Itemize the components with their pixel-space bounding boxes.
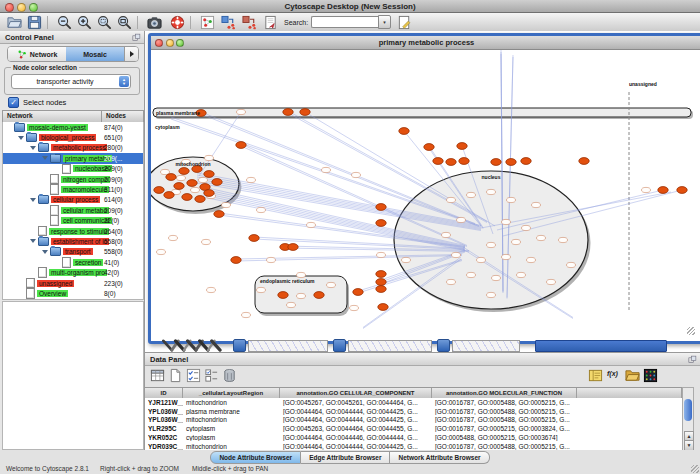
tab-mosaic[interactable]: Mosaic: [66, 47, 124, 61]
expand-arrow-icon[interactable]: [30, 146, 36, 150]
minimized-window-selected[interactable]: [535, 340, 667, 352]
network-node[interactable]: [287, 302, 296, 307]
zoom-in-icon[interactable]: [77, 15, 92, 30]
network-node-selected[interactable]: [376, 271, 386, 278]
network-node[interactable]: [257, 287, 266, 292]
network-node[interactable]: [512, 239, 521, 244]
network-tree-item[interactable]: response to stimulu264(0): [3, 226, 143, 236]
network-node[interactable]: [322, 167, 331, 172]
tree-column-network[interactable]: Network: [3, 111, 102, 122]
network-node[interactable]: [350, 305, 359, 310]
network-node[interactable]: [457, 217, 466, 222]
network-node[interactable]: [507, 197, 516, 202]
network-node-selected[interactable]: [249, 235, 259, 242]
network-node[interactable]: [452, 252, 461, 257]
network-node[interactable]: [467, 192, 476, 197]
tab-overflow-button[interactable]: [124, 47, 138, 61]
network-graph[interactable]: plasma membranecytoplasmmitochondrionnuc…: [151, 50, 696, 336]
network-node[interactable]: [257, 207, 266, 212]
float-panel-icon[interactable]: [688, 355, 697, 364]
expand-arrow-icon[interactable]: [42, 250, 48, 254]
network-node-selected[interactable]: [204, 171, 214, 178]
network-node[interactable]: [442, 232, 451, 237]
help-icon[interactable]: [170, 15, 185, 30]
attribute-matrix-icon[interactable]: [643, 368, 658, 383]
zoom-fit-icon[interactable]: [117, 15, 132, 30]
column-header[interactable]: annotation.GO MOLECULAR_FUNCTION: [432, 388, 577, 398]
network-node-selected[interactable]: [579, 158, 589, 165]
network-node-selected[interactable]: [236, 142, 246, 149]
network-node[interactable]: [487, 189, 496, 194]
network-node-selected[interactable]: [433, 158, 443, 165]
search-input[interactable]: [311, 16, 378, 28]
network-node-selected[interactable]: [376, 279, 386, 286]
network-node-selected[interactable]: [166, 174, 176, 181]
data-row[interactable]: YPL036W__1mitochondrion[GO:0044464, GO:0…: [145, 416, 682, 425]
network-node-selected[interactable]: [154, 187, 164, 194]
network-node-selected[interactable]: [521, 158, 531, 165]
network-node[interactable]: [547, 279, 556, 284]
network-node[interactable]: [199, 177, 208, 182]
network-node-selected[interactable]: [174, 183, 184, 190]
network-node-selected[interactable]: [278, 292, 288, 299]
network-tree-item[interactable]: mosaic-demo-yeast874(0): [3, 122, 143, 132]
network-node-selected[interactable]: [459, 158, 469, 165]
select-nodes-checkbox[interactable]: ✓: [8, 97, 19, 108]
column-header[interactable]: ID: [145, 388, 183, 398]
network-node[interactable]: [267, 257, 276, 262]
network-node[interactable]: [567, 262, 576, 267]
apply-layout-red-icon[interactable]: [242, 15, 257, 30]
float-panel-icon[interactable]: [132, 33, 141, 42]
save-session-icon[interactable]: [27, 15, 42, 30]
network-tree-item[interactable]: transport558(0): [3, 247, 143, 257]
network-node[interactable]: [327, 282, 336, 287]
tab-network-attribute-browser[interactable]: Network Attribute Browser: [390, 451, 489, 464]
minimized-window[interactable]: [233, 340, 328, 351]
network-tree-item[interactable]: unassigned223(0): [3, 278, 143, 288]
expand-arrow-icon[interactable]: [30, 198, 36, 202]
network-node-selected[interactable]: [195, 196, 205, 203]
network-node-selected[interactable]: [457, 143, 467, 150]
data-table-scrollbar[interactable]: ▲ ▼: [682, 387, 694, 451]
network-node[interactable]: [467, 272, 476, 277]
network-tree-item[interactable]: cell communicat22(0): [3, 216, 143, 226]
network-node[interactable]: [237, 109, 246, 114]
network-tree-item[interactable]: Overview8(0): [3, 288, 143, 298]
network-node[interactable]: [247, 177, 256, 182]
network-node[interactable]: [487, 242, 496, 247]
zoom-selected-region-icon[interactable]: [97, 15, 112, 30]
network-node[interactable]: [205, 155, 214, 160]
network-node-selected[interactable]: [491, 159, 501, 166]
network-node[interactable]: [191, 187, 200, 192]
select-attributes-small-icon[interactable]: [204, 368, 219, 383]
network-node[interactable]: [402, 257, 411, 262]
network-node[interactable]: [537, 235, 546, 240]
resize-grip-icon[interactable]: [687, 327, 695, 335]
network-node[interactable]: [157, 249, 166, 254]
network-node[interactable]: [447, 279, 456, 284]
scrollbar-thumb[interactable]: [684, 399, 692, 421]
network-node[interactable]: [502, 219, 511, 224]
network-overview-panel[interactable]: [2, 301, 144, 450]
function-builder-icon[interactable]: f(x): [607, 370, 618, 385]
network-node[interactable]: [242, 312, 251, 317]
network-node-selected[interactable]: [506, 159, 516, 166]
network-node-selected[interactable]: [204, 190, 214, 197]
minimized-window[interactable]: [333, 340, 432, 351]
network-node-selected[interactable]: [658, 187, 668, 194]
network-node-selected[interactable]: [353, 289, 363, 296]
network-tree-item[interactable]: cellular process614(0): [3, 195, 143, 205]
network-node[interactable]: [377, 252, 386, 257]
expand-arrow-icon[interactable]: [30, 239, 36, 243]
network-node-selected[interactable]: [212, 179, 222, 186]
tab-node-attribute-browser[interactable]: Node Attribute Browser: [210, 451, 301, 464]
network-node-selected[interactable]: [376, 204, 386, 211]
network-node[interactable]: [177, 175, 186, 180]
network-node[interactable]: [202, 239, 211, 244]
zoom-out-icon[interactable]: [57, 15, 72, 30]
select-attributes-icon[interactable]: [186, 368, 201, 383]
network-node[interactable]: [307, 222, 316, 227]
snapshot-icon[interactable]: [147, 15, 162, 30]
network-node-selected[interactable]: [214, 211, 224, 218]
data-row[interactable]: YJR121W__1mitochondrion[GO:0045267, GO:0…: [145, 398, 682, 407]
